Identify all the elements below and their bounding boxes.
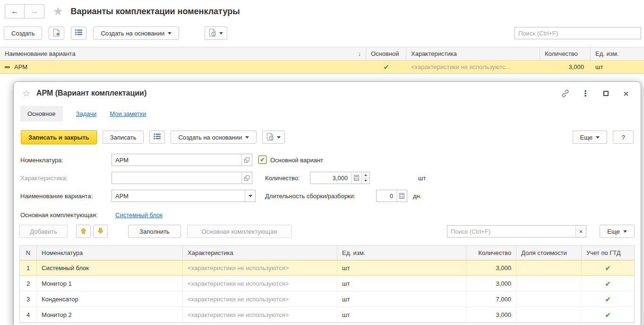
duration-input[interactable] (377, 190, 396, 202)
calculator-icon[interactable] (351, 172, 361, 184)
forward-button[interactable]: → (25, 4, 44, 18)
variant-name: АРМ (14, 63, 27, 70)
document-actions-dropdown[interactable] (205, 26, 227, 40)
favorite-star-icon[interactable]: ★ (53, 5, 63, 18)
page-title: Варианты комплектации номенклатуры (71, 7, 240, 17)
characteristic-input[interactable] (112, 172, 241, 184)
cell-characteristic: <характеристики не используются> (183, 291, 337, 307)
form-row-characteristic: Характеристика: Количество: шт (14, 172, 641, 184)
form-row-main-component: Основная комплектующая: Системный блок (14, 209, 641, 221)
save-close-button[interactable]: Записать и закрыть (21, 130, 97, 144)
qty-input[interactable] (310, 172, 351, 184)
more-button[interactable]: Еще (600, 225, 635, 238)
main-component-link[interactable]: Системный блок (115, 211, 163, 219)
link-icon[interactable] (561, 89, 569, 97)
chevron-down-icon (623, 230, 627, 233)
calculator-icon[interactable] (396, 190, 407, 202)
list-toolbar: Создать Создать на основании (0, 25, 644, 42)
maximize-icon[interactable] (601, 89, 610, 97)
dialog-title: АРМ (Вариант комплектации) (36, 89, 146, 97)
add-button[interactable]: Добавить (19, 225, 68, 238)
sort-desc-icon: ↓ (358, 50, 361, 57)
table-row[interactable]: 1 Системный блок <характеристики не испо… (20, 260, 634, 276)
components-table-header: N Номенклатура Характеристика Ед. изм. К… (20, 246, 634, 260)
list-settings-button[interactable] (149, 131, 165, 144)
column-header-unit[interactable]: Ед. изм. (337, 246, 466, 260)
create-based-on-button[interactable]: Создать на основании (171, 131, 257, 144)
cell-characteristic: <характеристики не используются> (183, 261, 337, 275)
move-up-button[interactable] (76, 225, 91, 238)
maximize-box-icon (603, 91, 609, 96)
chevron-down-icon (219, 32, 223, 35)
column-header-nomenclature[interactable]: Номенклатура (37, 246, 183, 260)
dialog-system-icons: ⋮ × (561, 89, 630, 97)
more-menu-icon[interactable]: ⋮ (581, 89, 590, 97)
create-button[interactable]: Создать (4, 26, 42, 40)
column-header-characteristic[interactable]: Характеристика (183, 246, 337, 260)
column-header-gtd[interactable]: Учет по ГТД (582, 246, 634, 260)
column-header-n[interactable]: N (20, 246, 37, 260)
cell-characteristic: <характеристики не используютс... (406, 61, 540, 73)
fill-button[interactable]: Заполнить (128, 225, 181, 238)
column-header-qty[interactable]: Количество (466, 246, 516, 260)
copy-button[interactable] (49, 26, 64, 40)
table-row[interactable]: 4 Монитор 2 <характеристики не использую… (20, 307, 634, 323)
save-button[interactable]: Записать (103, 131, 144, 144)
spin-down-button[interactable] (362, 178, 369, 184)
column-header-main[interactable]: Основной (366, 47, 406, 60)
column-header-name[interactable]: Наименование варианта ↓ (0, 47, 366, 60)
dropdown-button[interactable] (245, 190, 255, 202)
column-header-unit[interactable]: Ед. изм. (591, 47, 644, 60)
column-header-cost-share[interactable]: Доля стоимости (516, 246, 582, 260)
table-row[interactable]: АРМ ✔ <характеристики не используютс... … (0, 61, 644, 74)
cell-n: 4 (20, 307, 37, 322)
search-input[interactable] (515, 27, 641, 39)
variant-name-input[interactable] (112, 190, 245, 202)
search-input[interactable] (447, 226, 575, 237)
main-variant-checkbox[interactable]: ✔ (258, 156, 266, 164)
table-row[interactable]: 2 Монитор 1 <характеристики не использую… (20, 276, 634, 291)
nomenclature-input[interactable] (112, 154, 241, 166)
check-icon: ✔ (383, 63, 389, 70)
spin-up-button[interactable] (362, 172, 369, 178)
move-down-button[interactable] (93, 225, 108, 238)
clear-search-icon[interactable]: × (575, 226, 586, 237)
list-item-icon (5, 66, 10, 68)
column-header-characteristic[interactable]: Характеристика (406, 47, 540, 60)
nomenclature-label: Номенклатура: (20, 157, 63, 164)
create-based-on-button[interactable]: Создать на основании (93, 26, 179, 40)
table-row[interactable]: 3 Конденсатор <характеристики не использ… (20, 291, 634, 307)
components-search-box: × (447, 225, 586, 237)
picker-icon[interactable] (241, 154, 252, 166)
cell-unit: шт (591, 61, 644, 73)
cell-qty: 7,000 (466, 291, 516, 307)
picker-icon[interactable] (241, 172, 252, 184)
favorite-star-icon[interactable]: ☆ (22, 88, 31, 99)
qty-field-box (310, 172, 370, 184)
cell-gtd: ✔ (582, 307, 634, 322)
tab-notes[interactable]: Мои заметки (110, 110, 146, 117)
document-actions-dropdown[interactable] (262, 131, 285, 144)
column-header-qty[interactable]: Количество (540, 47, 591, 60)
gtd-check-icon: ✔ (605, 280, 611, 287)
quantity-stepper (361, 172, 369, 184)
back-button[interactable]: ← (5, 4, 25, 18)
cell-qty: 3,000 (466, 261, 516, 275)
chevron-down-icon (168, 32, 172, 35)
cell-name: АРМ (0, 61, 366, 73)
variant-dialog: ☆ АРМ (Вариант комплектации) ⋮ × Основно… (13, 81, 641, 325)
help-button[interactable]: ? (613, 131, 634, 144)
main-variant-label: Основной вариант (270, 157, 323, 164)
more-button[interactable]: Еще (573, 131, 607, 144)
arrow-down-icon (97, 228, 103, 236)
chevron-down-icon (596, 136, 600, 139)
tab-main[interactable]: Основное (20, 106, 63, 122)
characteristic-label: Характеристика: (20, 175, 68, 182)
close-icon[interactable]: × (622, 89, 630, 97)
form-row-variant-name: Наименование варианта: Длительность сбор… (14, 190, 641, 202)
chevron-down-icon (277, 136, 281, 139)
list-settings-button[interactable] (71, 26, 86, 40)
tab-tasks[interactable]: Задачи (76, 110, 97, 117)
more-label: Еще (580, 134, 592, 141)
main-component-button[interactable]: Основная комплектующая (187, 225, 292, 238)
